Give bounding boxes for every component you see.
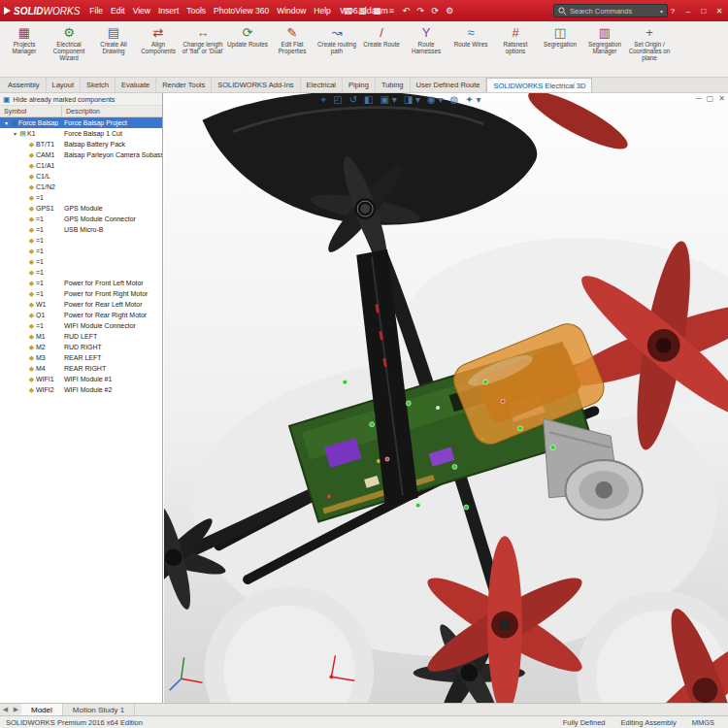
- commandmanager-tab[interactable]: Electrical: [301, 78, 343, 92]
- ribbon-button[interactable]: ✎ Edit Flat Properties: [270, 23, 314, 77]
- tree-row[interactable]: ◆ =1: [0, 192, 162, 203]
- tab-scroll-right-icon[interactable]: ▶: [11, 704, 21, 715]
- tree-row[interactable]: ◆ M1 RUD LEFT: [0, 331, 162, 342]
- zoom-fit-icon[interactable]: ⌖: [321, 94, 327, 106]
- commandmanager-tab[interactable]: SOLIDWORKS Electrical 3D: [486, 78, 592, 92]
- zoom-area-icon[interactable]: ◰: [333, 94, 342, 106]
- ribbon-button[interactable]: ▦ Projects Manager: [2, 23, 47, 77]
- search-input[interactable]: [570, 7, 657, 16]
- ribbon-button[interactable]: ▥ Segregation Manager: [582, 23, 627, 77]
- tree-row[interactable]: ◆ =1: [0, 235, 162, 246]
- window-minimize-icon[interactable]: ─: [696, 94, 702, 103]
- commandmanager-tab[interactable]: Render Tools: [156, 78, 212, 92]
- maximize-icon[interactable]: □: [699, 7, 709, 16]
- tab-scroll-left-icon[interactable]: ◀: [0, 704, 11, 715]
- menu-item[interactable]: PhotoView 360: [210, 5, 273, 17]
- menu-item[interactable]: File: [85, 5, 107, 17]
- commandmanager-tab[interactable]: Assembly: [2, 78, 47, 92]
- commandmanager-tab[interactable]: Sketch: [81, 78, 116, 92]
- tree-row[interactable]: ◆ GPS1 GPS Module: [0, 203, 162, 214]
- tree-row[interactable]: ▾ ▦ Force Balsap Force Balsap Project: [0, 117, 162, 128]
- tree-row[interactable]: ◆ M4 REAR RIGHT: [0, 363, 162, 374]
- ribbon-button[interactable]: ≈ Route Wires: [448, 23, 493, 77]
- commandmanager-tab[interactable]: Layout: [47, 78, 82, 92]
- tree-row[interactable]: ◆ C1/N2: [0, 182, 162, 192]
- status-item[interactable]: MMGS: [692, 718, 714, 727]
- tree-row[interactable]: ◆ WIFI2 WIFI Module #2: [0, 384, 162, 395]
- menu-item[interactable]: View: [129, 5, 154, 17]
- commandmanager-tab[interactable]: Tubing: [376, 78, 411, 92]
- tree-row[interactable]: ◆ =1: [0, 256, 162, 267]
- front-arm[interactable]: [202, 93, 633, 225]
- tree-row[interactable]: ◆ CAM1 Balsap Parleyon Camera Subass: [0, 149, 162, 160]
- window-restore-icon[interactable]: ▢: [707, 94, 714, 103]
- tree-row[interactable]: ◆ M2 RUD RIGHT: [0, 342, 162, 352]
- display-style-icon[interactable]: ◨ ▾: [404, 94, 420, 106]
- options-icon[interactable]: ⚙: [445, 6, 455, 16]
- ribbon-button[interactable]: + Set Origin / Coordinates on plane: [627, 23, 672, 77]
- status-item[interactable]: Editing Assembly: [621, 718, 677, 727]
- window-close-icon[interactable]: ✕: [718, 94, 725, 103]
- commandmanager-tab[interactable]: SOLIDWORKS Add-Ins: [212, 78, 300, 92]
- column-header-symbol[interactable]: Symbol: [0, 106, 62, 116]
- document-tab[interactable]: Motion Study 1: [63, 704, 135, 715]
- document-tab[interactable]: Model: [21, 704, 63, 715]
- expand-icon[interactable]: ▾: [3, 119, 10, 126]
- component-symbol: GPS1: [36, 205, 54, 212]
- tree-row[interactable]: ◆ WIFI1 WIFI Module #1: [0, 374, 162, 384]
- commandmanager-tab[interactable]: User Defined Route: [411, 78, 487, 92]
- drone-model[interactable]: [164, 93, 728, 703]
- commandmanager-tab[interactable]: Piping: [343, 78, 376, 92]
- tree-row[interactable]: ◆ =1 USB Micro-B: [0, 224, 162, 235]
- view-settings-icon[interactable]: ✦ ▾: [465, 94, 480, 106]
- commandmanager-tab[interactable]: Evaluate: [116, 78, 156, 92]
- column-header-description[interactable]: Description: [62, 108, 162, 115]
- ribbon-button[interactable]: ↝ Create routing path: [314, 23, 359, 77]
- tree-row[interactable]: ◆ =1 Power for Front Left Motor: [0, 278, 162, 288]
- redo-icon[interactable]: ↷: [415, 6, 426, 16]
- tree-row[interactable]: ◆ C1/L: [0, 171, 162, 182]
- menu-item[interactable]: Window: [273, 5, 310, 17]
- ribbon-button[interactable]: / Create Route: [359, 23, 404, 77]
- graphics-area[interactable]: ⌖◰↺◧▣ ▾◨ ▾◉ ▾◍✦ ▾ ─▢✕: [164, 93, 728, 703]
- rebuild-icon[interactable]: ⟳: [430, 6, 441, 16]
- previous-view-icon[interactable]: ↺: [349, 94, 357, 106]
- ribbon-button[interactable]: ⟳ Update Routes: [225, 23, 270, 77]
- ribbon-button[interactable]: # Ratsnest options: [493, 23, 538, 77]
- tree-row[interactable]: ◆ =1 WIFI Module Connector: [0, 320, 162, 331]
- ribbon-button[interactable]: ▤ Create All Drawing: [91, 23, 136, 77]
- undo-icon[interactable]: ↶: [401, 6, 412, 16]
- ribbon-button[interactable]: ↔ Change length of 'flat' or 'Dual': [181, 23, 225, 77]
- tree-row[interactable]: ◆ W1 Power for Rear Left Motor: [0, 299, 162, 310]
- view-orientation-icon[interactable]: ▣ ▾: [381, 94, 397, 106]
- silver-motor[interactable]: [566, 460, 643, 520]
- front-propeller-tip[interactable]: [522, 93, 634, 158]
- edit-appearance-icon[interactable]: ◍: [450, 94, 459, 106]
- tree-row[interactable]: ◆ =1 GPS Module Connector: [0, 214, 162, 224]
- ribbon-button[interactable]: ⚙ Electrical Component Wizard: [47, 23, 91, 77]
- chevron-down-icon[interactable]: ▾: [660, 8, 663, 15]
- expand-icon[interactable]: ▾: [12, 130, 18, 137]
- help-icon[interactable]: ?: [668, 7, 678, 16]
- tree-row[interactable]: ◆ =1 Power for Front Right Motor: [0, 288, 162, 299]
- tree-row[interactable]: ◆ BT/T1 Balsap Battery Pack: [0, 139, 162, 149]
- hide-marked-filter[interactable]: ▣ Hide already marked components: [0, 93, 162, 106]
- close-icon[interactable]: ✕: [714, 7, 724, 16]
- tree-row[interactable]: ◆ C1/A1: [0, 160, 162, 171]
- tree-row[interactable]: ◆ Q1 Power for Rear Right Motor: [0, 310, 162, 320]
- tree-row[interactable]: ◆ =1: [0, 267, 162, 278]
- ribbon-button[interactable]: ◫ Segregation: [538, 23, 582, 77]
- menu-item[interactable]: Insert: [154, 5, 182, 17]
- status-item[interactable]: Fully Defined: [563, 718, 606, 727]
- menu-item[interactable]: Tools: [182, 5, 210, 17]
- ribbon-button[interactable]: Y Route Harnesses: [404, 23, 448, 77]
- menu-item[interactable]: Edit: [107, 5, 129, 17]
- minimize-icon[interactable]: –: [683, 7, 693, 16]
- hide-show-items-icon[interactable]: ◉ ▾: [427, 94, 444, 106]
- section-view-icon[interactable]: ◧: [364, 94, 373, 106]
- tree-row[interactable]: ▾ ▤ K1 Force Balsap 1 Cut: [0, 128, 162, 139]
- tree-row[interactable]: ◆ =1: [0, 246, 162, 256]
- ribbon-button[interactable]: ⇄ Align Components: [136, 23, 181, 77]
- tree-row[interactable]: ◆ M3 REAR LEFT: [0, 352, 162, 363]
- menu-item[interactable]: Help: [310, 5, 334, 17]
